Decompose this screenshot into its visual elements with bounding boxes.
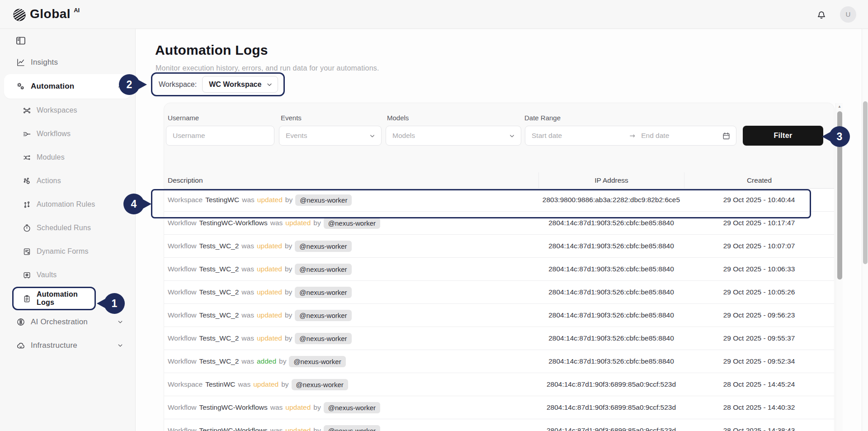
calendar-icon[interactable] [722, 132, 731, 140]
page-title: Automation Logs [155, 43, 268, 58]
filter-button[interactable]: Filter [743, 126, 823, 146]
sidebar-item-label: Automation Logs [37, 290, 94, 307]
event-type: updated [257, 196, 283, 204]
sidebar-item-workspaces[interactable]: Workspaces [0, 99, 135, 122]
created-timestamp: 28 Oct 2025 - 14:40:32 [684, 403, 834, 412]
automation-icon [16, 82, 25, 91]
table-row[interactable]: WorkspaceTestinWCwasupdatedby@nexus-work… [164, 373, 834, 396]
connector: was [241, 334, 254, 342]
panel-scrollbar[interactable]: ▲ [835, 103, 843, 431]
ip-address: 2804:14c:87d1:90f3:526:cbfc:be85:8840 [538, 219, 684, 227]
event-type: updated [257, 311, 282, 319]
actor-badge: @nexus-worker [289, 356, 345, 367]
sidebar-toggle-icon[interactable] [15, 35, 26, 46]
entity-type: Workflow [168, 334, 196, 342]
sidebar-item-automation-logs[interactable]: Automation Logs [12, 287, 96, 310]
entity-name: Tests_WC_2 [199, 265, 239, 273]
brand-logo[interactable]: Global AI [12, 6, 80, 23]
table-row[interactable]: WorkflowTests_WC_2wasaddedby@nexus-worke… [164, 350, 834, 373]
connector: was [242, 196, 255, 204]
sidebar-item-dynamic-forms[interactable]: Dynamic Forms [0, 240, 135, 263]
connector: by [313, 426, 321, 431]
actor-badge: @nexus-worker [295, 310, 351, 321]
entity-name: TestingWC [205, 196, 239, 204]
sidebar-item-vaults[interactable]: Vaults [0, 263, 135, 287]
date-range-label: Date Range [524, 114, 561, 122]
connector: by [313, 403, 321, 412]
username-input[interactable] [166, 126, 274, 146]
main-content: Automation Logs Monitor execution histor… [136, 29, 868, 431]
connector: was [238, 380, 251, 388]
globe-logo-icon [12, 7, 27, 23]
chevron-down-icon [266, 81, 273, 88]
user-avatar[interactable]: U [840, 6, 856, 23]
table-row[interactable]: WorkflowTests_WC_2wasupdatedby@nexus-wor… [164, 258, 834, 281]
created-timestamp: 29 Oct 2025 - 10:40:44 [684, 196, 834, 204]
sidebar-item-workflows[interactable]: Workflows [0, 122, 135, 146]
connector: by [281, 380, 288, 388]
ip-address: 2804:14c:87d1:90f3:6899:85a0:9ccf:523d [538, 403, 684, 412]
entity-name: Tests_WC_2 [199, 288, 239, 296]
column-header-ip-address[interactable]: IP Address [538, 172, 684, 188]
sidebar-item-insights[interactable]: Insights [0, 51, 135, 74]
sidebar-item-modules[interactable]: Modules [0, 146, 135, 169]
sidebar-item-infrastructure[interactable]: Infrastructure [0, 334, 135, 357]
ip-address: 2804:14c:87d1:90f3:526:cbfc:be85:8840 [538, 334, 684, 342]
scrollbar-up-arrow[interactable]: ▲ [836, 104, 843, 109]
sidebar-item-automation[interactable]: Automation [4, 74, 131, 99]
created-timestamp: 28 Oct 2025 - 14:45:24 [684, 380, 834, 388]
table-row[interactable]: WorkflowTests_WC_2wasupdatedby@nexus-wor… [164, 304, 834, 327]
table-row[interactable]: WorkspaceTestingWCwasupdatedby@nexus-wor… [164, 189, 834, 212]
sidebar-item-label: Scheduled Runs [37, 224, 91, 232]
event-type: updated [285, 403, 311, 412]
chevron-down-icon [369, 133, 376, 139]
column-header-description[interactable]: Description [164, 172, 538, 188]
entity-type: Workflow [168, 288, 196, 296]
start-date-placeholder: Start date [532, 132, 562, 140]
actor-badge: @nexus-worker [324, 402, 380, 413]
page-scrollbar[interactable] [862, 29, 868, 431]
models-select[interactable]: Models [386, 126, 521, 146]
annotation-badge-1: 1 [104, 293, 125, 314]
created-timestamp: 29 Oct 2025 - 09:52:34 [684, 357, 834, 365]
sidebar-item-scheduled-runs[interactable]: Scheduled Runs [0, 216, 135, 240]
date-range-input[interactable]: Start date End date [525, 126, 736, 146]
table-row[interactable]: WorkflowTests_WC_2wasupdatedby@nexus-wor… [164, 281, 834, 304]
table-header: Description IP Address Created [164, 172, 834, 189]
actor-badge: @nexus-worker [295, 287, 351, 298]
ai-orchestration-icon [16, 317, 25, 327]
page-scrollbar-thumb[interactable] [863, 101, 868, 264]
end-date-placeholder: End date [641, 132, 669, 140]
entity-name: Tests_WC_2 [199, 311, 239, 319]
event-type: updated [257, 265, 282, 273]
sidebar-item-actions[interactable]: Actions [0, 169, 135, 193]
table-row[interactable]: WorkflowTests_WC_2wasupdatedby@nexus-wor… [164, 235, 834, 258]
sidebar-item-automation-rules[interactable]: Automation Rules [0, 193, 135, 216]
actor-badge: @nexus-worker [295, 241, 351, 252]
infrastructure-icon [16, 341, 25, 350]
entity-type: Workflow [168, 403, 196, 412]
entity-type: Workflow [168, 265, 196, 273]
chevron-down-icon [116, 341, 124, 350]
connector: was [270, 219, 283, 227]
table-row[interactable]: WorkflowTests_WC_2wasupdatedby@nexus-wor… [164, 327, 834, 350]
arrow-right-icon [629, 132, 637, 140]
sidebar-item-label: AI Orchestration [31, 317, 88, 327]
log-description: WorkflowTestingWC-Workflowswasupdatedby@… [164, 425, 538, 431]
ip-address: 2804:14c:87d1:90f3:526:cbfc:be85:8840 [538, 357, 684, 365]
notifications-bell-icon[interactable] [816, 9, 827, 20]
sidebar-item-label: Workflows [37, 130, 71, 138]
events-select[interactable]: Events [279, 126, 382, 146]
ip-address: 2804:14c:87d1:90f3:526:cbfc:be85:8840 [538, 311, 684, 319]
workspace-select[interactable]: WC Workspace [202, 76, 278, 93]
workspaces-icon [23, 106, 31, 115]
table-row[interactable]: WorkflowTestingWC-Workflowswasupdatedby@… [164, 396, 834, 419]
log-description: WorkflowTestingWC-Workflowswasupdatedby@… [164, 402, 538, 413]
annotation-badge-2: 2 [119, 74, 140, 95]
column-header-created[interactable]: Created [684, 172, 834, 188]
actions-icon [23, 177, 31, 185]
table-row[interactable]: WorkflowTestingWC-Workflowswasupdatedby@… [164, 419, 834, 431]
log-description: WorkflowTests_WC_2wasaddedby@nexus-worke… [164, 356, 538, 367]
table-row[interactable]: WorkflowTestingWC-Workflowswasupdatedby@… [164, 212, 834, 235]
connector: by [285, 265, 292, 273]
